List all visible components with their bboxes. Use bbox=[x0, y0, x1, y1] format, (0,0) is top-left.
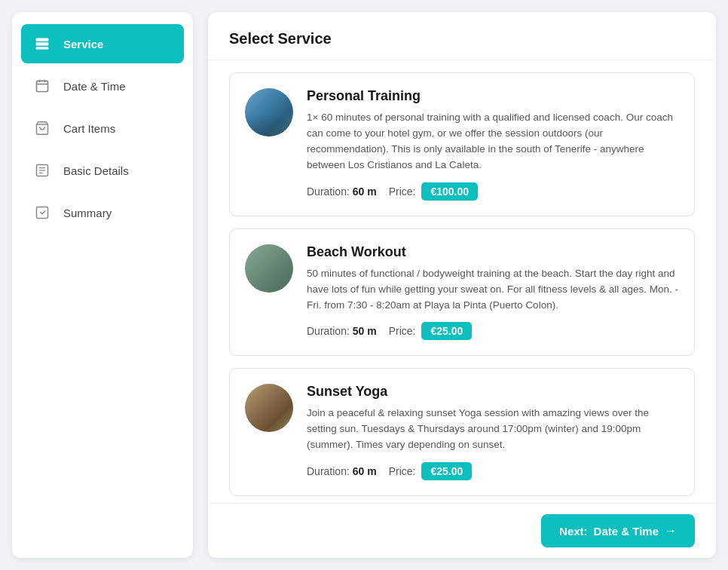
svg-rect-2 bbox=[36, 47, 49, 49]
service-price-label-beach: Price: bbox=[389, 325, 416, 337]
svg-point-4 bbox=[45, 44, 47, 45]
sidebar-item-summary[interactable]: Summary bbox=[21, 193, 184, 232]
next-button[interactable]: Next: Date & Time → bbox=[541, 514, 695, 547]
next-arrow: → bbox=[665, 524, 677, 538]
main-card: Select Service Personal Training 1× 60 m… bbox=[208, 12, 716, 558]
service-name-sunset-yoga: Sunset Yoga bbox=[307, 384, 679, 400]
service-desc-beach-workout: 50 minutes of functional / bodyweight tr… bbox=[307, 266, 679, 314]
sidebar-item-date-time[interactable]: Date & Time bbox=[21, 66, 184, 106]
service-meta-beach-workout: Duration: 50 m Price: €25.00 bbox=[307, 322, 679, 340]
details-icon bbox=[32, 160, 53, 181]
service-desc-personal-training: 1× 60 minutes of personal training with … bbox=[307, 110, 679, 173]
page-title: Select Service bbox=[229, 30, 695, 48]
sidebar-item-cart-items-label: Cart Items bbox=[63, 122, 115, 135]
service-info-sunset-yoga: Sunset Yoga Join a peaceful & relaxing s… bbox=[307, 384, 679, 480]
service-name-personal-training: Personal Training bbox=[307, 88, 679, 104]
service-duration-label-beach: Duration: 50 m bbox=[307, 325, 377, 337]
service-duration-value-beach: 50 m bbox=[353, 325, 377, 337]
service-card-personal-training[interactable]: Personal Training 1× 60 minutes of perso… bbox=[229, 72, 695, 216]
cart-icon bbox=[32, 118, 53, 139]
svg-point-3 bbox=[45, 39, 47, 41]
svg-rect-14 bbox=[37, 207, 48, 219]
main-header: Select Service bbox=[208, 12, 716, 60]
sidebar-item-cart-items[interactable]: Cart Items bbox=[21, 109, 184, 148]
services-list: Personal Training 1× 60 minutes of perso… bbox=[208, 60, 716, 503]
service-price-beach: €25.00 bbox=[421, 322, 472, 340]
service-price-yoga: €25.00 bbox=[421, 462, 472, 480]
service-duration-label-yoga: Duration: 60 m bbox=[307, 465, 377, 477]
sidebar: Service Date & Time Cart Items bbox=[12, 12, 193, 558]
service-duration-value-personal: 60 m bbox=[353, 185, 377, 198]
service-name-beach-workout: Beach Workout bbox=[307, 244, 679, 260]
sidebar-item-service-label: Service bbox=[63, 38, 103, 51]
service-card-beach-workout[interactable]: Beach Workout 50 minutes of functional /… bbox=[229, 228, 695, 357]
server-icon bbox=[32, 33, 53, 54]
service-thumbnail-sunset-yoga bbox=[245, 384, 293, 432]
service-price-label-yoga: Price: bbox=[389, 465, 416, 477]
main-content: Select Service Personal Training 1× 60 m… bbox=[193, 0, 728, 570]
calendar-icon bbox=[32, 75, 53, 97]
svg-rect-1 bbox=[36, 42, 49, 45]
service-duration-label-personal: Duration: 60 m bbox=[307, 185, 377, 198]
sidebar-item-basic-details[interactable]: Basic Details bbox=[21, 151, 184, 190]
service-thumbnail-beach-workout bbox=[245, 244, 293, 293]
service-info-personal-training: Personal Training 1× 60 minutes of perso… bbox=[307, 88, 679, 201]
service-thumbnail-personal-training bbox=[245, 88, 293, 136]
svg-rect-5 bbox=[37, 81, 48, 91]
sidebar-item-basic-details-label: Basic Details bbox=[63, 164, 129, 177]
svg-rect-0 bbox=[36, 38, 49, 41]
summary-icon bbox=[32, 202, 53, 223]
service-desc-sunset-yoga: Join a peaceful & relaxing sunset Yoga s… bbox=[307, 406, 679, 453]
service-meta-sunset-yoga: Duration: 60 m Price: €25.00 bbox=[307, 462, 679, 480]
service-price-personal: €100.00 bbox=[421, 182, 478, 201]
service-info-beach-workout: Beach Workout 50 minutes of functional /… bbox=[307, 244, 679, 341]
next-destination: Date & Time bbox=[594, 525, 659, 538]
service-duration-value-yoga: 60 m bbox=[353, 465, 377, 477]
service-price-label-personal: Price: bbox=[389, 185, 416, 198]
main-footer: Next: Date & Time → bbox=[208, 503, 716, 558]
sidebar-item-date-time-label: Date & Time bbox=[63, 80, 126, 93]
service-card-sunset-yoga[interactable]: Sunset Yoga Join a peaceful & relaxing s… bbox=[229, 368, 695, 496]
sidebar-item-summary-label: Summary bbox=[63, 207, 112, 219]
service-meta-personal-training: Duration: 60 m Price: €100.00 bbox=[307, 182, 679, 201]
sidebar-item-service[interactable]: Service bbox=[21, 24, 184, 63]
next-label: Next: bbox=[559, 525, 588, 538]
